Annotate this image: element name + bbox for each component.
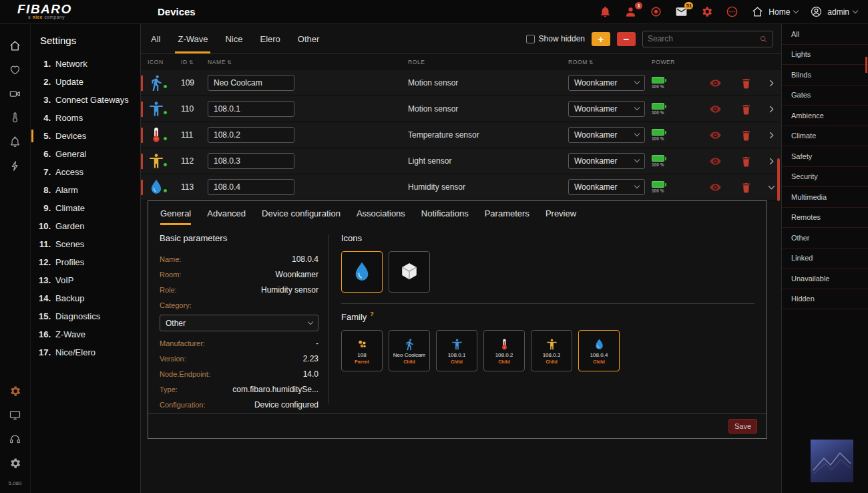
category-unavailable[interactable]: Unavailable (782, 269, 868, 289)
device-name-input[interactable] (208, 101, 294, 117)
room-select[interactable]: Woonkamer (568, 75, 645, 91)
support-headset-icon[interactable] (0, 427, 31, 451)
detail-tab-notifications[interactable]: Notifications (421, 201, 469, 225)
device-name-input[interactable] (208, 179, 294, 195)
sidebar-item-update[interactable]: 2. Update (31, 73, 140, 91)
category-hidden[interactable]: Hidden (782, 289, 868, 310)
notifications-nav-icon[interactable] (0, 130, 31, 154)
delete-device-button[interactable] (730, 129, 761, 142)
sidebar-item-devices[interactable]: 5. Devices (31, 127, 140, 145)
home-nav-icon[interactable] (0, 33, 31, 57)
category-gates[interactable]: Gates (782, 86, 868, 106)
room-select[interactable]: Woonkamer (568, 127, 645, 143)
sidebar-item-z-wave[interactable]: 16. Z-Wave (31, 325, 140, 343)
visibility-eye-button[interactable] (700, 155, 730, 168)
climate-nav-icon[interactable] (0, 106, 31, 130)
visibility-eye-button[interactable] (700, 181, 730, 194)
sidebar-item-access[interactable]: 7. Access (31, 163, 140, 181)
sidebar-item-network[interactable]: 1. Network (31, 55, 140, 73)
expand-row-button[interactable] (761, 78, 781, 88)
category-lights[interactable]: Lights (782, 45, 868, 65)
sidebar-item-backup[interactable]: 14. Backup (31, 289, 140, 307)
category-security[interactable]: Security (782, 167, 868, 188)
category-ambience[interactable]: Ambience (782, 106, 868, 126)
category-other[interactable]: Other (782, 228, 868, 249)
power-nav-icon[interactable] (0, 154, 31, 178)
header-name[interactable]: NAME (208, 59, 408, 65)
sidebar-item-nice-elero[interactable]: 17. Nice/Elero (31, 343, 140, 361)
visibility-eye-button[interactable] (700, 77, 730, 90)
delete-device-button[interactable] (730, 103, 761, 116)
tab-nice[interactable]: Nice (225, 24, 242, 53)
visibility-eye-button[interactable] (700, 129, 730, 142)
category-linked[interactable]: Linked (782, 249, 868, 269)
device-name-input[interactable] (208, 153, 294, 169)
support-icon[interactable] (725, 5, 739, 19)
sidebar-item-diagnostics[interactable]: 15. Diagnostics (31, 307, 140, 325)
category-remotes[interactable]: Remotes (782, 208, 868, 228)
family-device-tile[interactable]: 108.0.2 Child (483, 330, 525, 371)
messages-icon[interactable]: 51 (674, 5, 688, 19)
alarm-bell-icon[interactable] (598, 5, 612, 19)
sidebar-item-alarm[interactable]: 8. Alarm (31, 181, 140, 199)
category-select[interactable]: Other (160, 315, 318, 331)
family-device-tile[interactable]: Neo Coolcam Child (389, 330, 430, 371)
delete-device-button[interactable] (730, 77, 761, 90)
detail-tab-associations[interactable]: Associations (357, 201, 405, 225)
header-room[interactable]: ROOM (568, 59, 652, 65)
user-menu[interactable]: admin (809, 5, 857, 19)
search-input[interactable] (648, 34, 756, 43)
advanced-cog-icon[interactable] (0, 451, 31, 475)
tab-z-wave[interactable]: Z-Wave (178, 24, 208, 53)
sort-icon[interactable] (588, 59, 594, 65)
detail-tab-general[interactable]: General (160, 201, 191, 225)
sort-icon[interactable] (188, 59, 194, 65)
tab-other[interactable]: Other (298, 24, 320, 53)
sidebar-item-scenes[interactable]: 11. Scenes (31, 235, 140, 253)
detail-tab-preview[interactable]: Preview (546, 201, 576, 225)
settings-gear-icon[interactable] (0, 379, 31, 403)
show-hidden-checkbox[interactable] (526, 35, 535, 43)
home-selector[interactable]: Home (750, 5, 798, 19)
panels-nav-icon[interactable] (0, 403, 31, 427)
detail-tab-advanced[interactable]: Advanced (207, 201, 246, 225)
camera-nav-icon[interactable] (0, 81, 31, 106)
sidebar-item-rooms[interactable]: 4. Rooms (31, 109, 140, 127)
category-blinds[interactable]: Blinds (782, 65, 868, 86)
category-all[interactable]: All (782, 24, 868, 45)
health-nav-icon[interactable] (0, 57, 31, 81)
detail-tab-parameters[interactable]: Parameters (485, 201, 529, 225)
add-device-button[interactable]: + (592, 32, 610, 46)
category-multimedia[interactable]: Multimedia (782, 187, 868, 208)
panel-scrollbar-thumb[interactable] (865, 57, 867, 73)
main-scrollbar-thumb[interactable] (777, 158, 780, 201)
family-device-tile[interactable]: 108 Parent (341, 330, 383, 371)
device-icon-tile[interactable] (389, 251, 430, 293)
device-icon-tile[interactable] (341, 251, 383, 293)
expand-row-button[interactable] (761, 130, 781, 140)
sidebar-item-garden[interactable]: 10. Garden (31, 217, 140, 235)
intercom-icon[interactable] (649, 5, 663, 19)
help-icon[interactable]: ? (370, 311, 374, 317)
sidebar-item-general[interactable]: 6. General (31, 145, 140, 163)
family-device-tile[interactable]: 108.0.4 Child (578, 330, 620, 371)
room-select[interactable]: Woonkamer (568, 179, 645, 195)
visibility-eye-button[interactable] (700, 103, 730, 116)
delete-device-button[interactable] (730, 181, 761, 194)
save-button[interactable]: Save (728, 419, 757, 434)
sidebar-item-profiles[interactable]: 12. Profiles (31, 253, 140, 271)
device-name-input[interactable] (208, 75, 294, 91)
room-select[interactable]: Woonkamer (568, 153, 645, 169)
sidebar-item-climate[interactable]: 9. Climate (31, 199, 140, 217)
expand-row-button[interactable] (761, 104, 781, 114)
tab-all[interactable]: All (151, 24, 160, 53)
delete-device-button[interactable] (730, 155, 761, 168)
tab-elero[interactable]: Elero (260, 24, 280, 53)
detail-tab-device-configuration[interactable]: Device configuration (262, 201, 341, 225)
family-device-tile[interactable]: 108.0.1 Child (436, 330, 477, 371)
sidebar-item-connect-gateways[interactable]: 3. Connect Gateways (31, 91, 140, 109)
header-id[interactable]: ID (181, 59, 208, 65)
sidebar-item-voip[interactable]: 13. VoIP (31, 271, 140, 289)
remove-device-button[interactable]: − (617, 32, 636, 46)
users-icon[interactable]: 1 (624, 5, 638, 19)
